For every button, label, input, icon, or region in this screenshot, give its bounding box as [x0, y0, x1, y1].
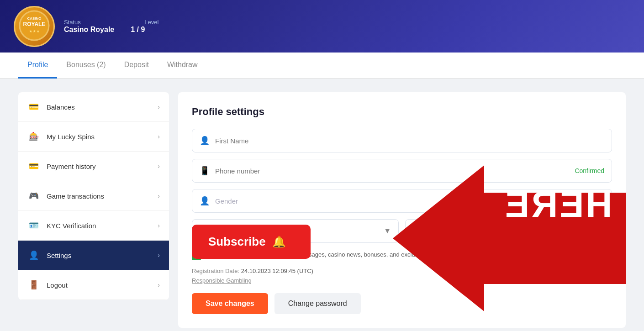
sidebar-item-game-transactions[interactable]: 🎮 Game transactions ›	[18, 181, 169, 211]
sidebar-item-lucky-spins[interactable]: 🎰 My Lucky Spins ›	[18, 122, 169, 152]
confirm-label: Confirmed	[575, 167, 604, 174]
game-transactions-icon: 🎮	[27, 189, 40, 202]
chevron-down-icon: ▼	[597, 197, 604, 205]
sidebar-label-balances: Balances	[47, 103, 75, 111]
city-field[interactable]: 📍	[405, 219, 612, 243]
svg-text:ROYALE: ROYALE	[23, 21, 46, 27]
city-icon: 📍	[413, 226, 423, 236]
sidebar-item-settings[interactable]: 👤 Settings ›	[18, 241, 169, 270]
gender-select[interactable]: Gender Male Female Other	[215, 197, 597, 205]
sidebar-label-game-transactions: Game transactions	[47, 192, 104, 200]
payment-history-icon: 💳	[27, 160, 40, 173]
main-content: 💳 Balances › 🎰 My Lucky Spins › 💳 Paymen…	[0, 79, 644, 331]
chevron-right-icon: ›	[158, 281, 160, 289]
action-buttons: Save changes Change password	[192, 293, 612, 314]
svg-text:CASINO: CASINO	[27, 16, 41, 21]
sidebar-item-balances[interactable]: 💳 Balances ›	[18, 92, 169, 122]
lucky-spins-icon: 🎰	[27, 130, 40, 143]
logo-icon: CASINO ROYALE ★ ★ ★	[14, 6, 55, 47]
save-changes-button[interactable]: Save changes	[192, 293, 268, 314]
sidebar-label-kyc: KYC Verification	[47, 222, 96, 230]
status-value: Casino Royale	[64, 26, 114, 34]
chevron-right-icon: ›	[158, 133, 160, 140]
tabs-bar: Profile Bonuses (2) Deposit Withdraw	[0, 53, 644, 79]
chevron-right-icon: ›	[158, 103, 160, 110]
phone-input[interactable]	[215, 167, 575, 175]
kyc-icon: 🪪	[27, 219, 40, 232]
sidebar-label-settings: Settings	[47, 252, 71, 259]
sidebar-item-logout[interactable]: 🚪 Logout ›	[18, 270, 169, 300]
sidebar: 💳 Balances › 🎰 My Lucky Spins › 💳 Paymen…	[18, 92, 169, 300]
chevron-right-icon: ›	[158, 222, 160, 229]
sidebar-item-kyc[interactable]: 🪪 KYC Verification ›	[18, 211, 169, 241]
city-input[interactable]	[428, 227, 604, 235]
tab-deposit[interactable]: Deposit	[115, 53, 158, 79]
first-name-field[interactable]: 👤	[192, 129, 612, 152]
settings-panel: Profile settings 👤 📱 Confirmed 👤 Gender …	[178, 92, 626, 328]
header: CASINO ROYALE ★ ★ ★ Status Casino Royale…	[0, 0, 644, 53]
header-status: Status Casino Royale Level 1 / 9	[64, 19, 158, 34]
sidebar-label-logout: Logout	[47, 281, 68, 289]
registration-info: Registration Date: 24.10.2023 12:09:45 (…	[192, 268, 612, 274]
status-label: Status	[64, 19, 114, 26]
chevron-right-icon: ›	[158, 163, 160, 170]
phone-icon: 📱	[200, 166, 210, 176]
subscribe-banner[interactable]: Subscribe 🔔	[192, 225, 311, 259]
svg-text:★ ★ ★: ★ ★ ★	[29, 30, 40, 33]
phone-field[interactable]: 📱 Confirmed	[192, 159, 612, 183]
gender-field[interactable]: 👤 Gender Male Female Other ▼	[192, 189, 612, 213]
chevron-down-icon: ▼	[384, 227, 391, 235]
sidebar-label-payment-history: Payment history	[47, 163, 96, 170]
chevron-right-icon: ›	[158, 252, 160, 259]
sidebar-label-lucky-spins: My Lucky Spins	[47, 133, 95, 141]
level-value: 1 / 9	[131, 26, 158, 34]
gender-icon: 👤	[200, 196, 210, 206]
change-password-button[interactable]: Change password	[274, 293, 361, 314]
chevron-right-icon: ›	[158, 192, 160, 200]
settings-icon: 👤	[27, 249, 40, 262]
responsible-gambling-link[interactable]: Responsible Gambling	[192, 277, 612, 284]
panel-title: Profile settings	[192, 106, 612, 118]
tab-bonuses[interactable]: Bonuses (2)	[57, 53, 115, 79]
balances-icon: 💳	[27, 100, 40, 113]
bell-icon: 🔔	[272, 236, 286, 248]
level-label: Level	[144, 19, 158, 26]
person-icon: 👤	[200, 136, 210, 146]
tab-withdraw[interactable]: Withdraw	[158, 53, 207, 79]
subscribe-label: Subscribe	[208, 235, 266, 249]
first-name-input[interactable]	[215, 137, 604, 145]
logo-area: CASINO ROYALE ★ ★ ★ Status Casino Royale…	[14, 6, 158, 47]
tab-profile[interactable]: Profile	[18, 53, 57, 79]
sidebar-item-payment-history[interactable]: 💳 Payment history ›	[18, 152, 169, 181]
logout-icon: 🚪	[27, 278, 40, 291]
